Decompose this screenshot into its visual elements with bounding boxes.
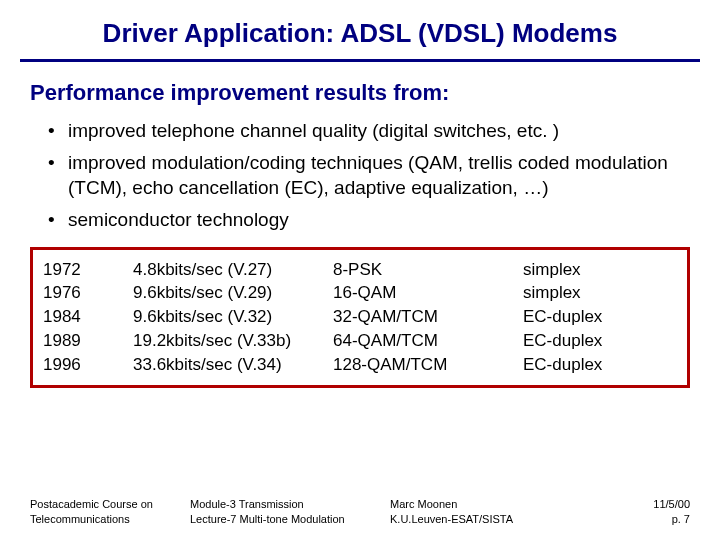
cell-duplex: simplex bbox=[523, 281, 677, 305]
table-row: 1984 9.6kbits/sec (V.32) 32-QAM/TCM EC-d… bbox=[43, 305, 677, 329]
cell-rate: 19.2kbits/sec (V.33b) bbox=[133, 329, 333, 353]
list-item: • improved modulation/coding techniques … bbox=[48, 150, 690, 201]
footer-author-line2: K.U.Leuven-ESAT/SISTA bbox=[390, 512, 580, 526]
cell-rate: 9.6kbits/sec (V.29) bbox=[133, 281, 333, 305]
cell-year: 1972 bbox=[43, 258, 133, 282]
cell-year: 1984 bbox=[43, 305, 133, 329]
table-row: 1996 33.6kbits/sec (V.34) 128-QAM/TCM EC… bbox=[43, 353, 677, 377]
footer-date: 11/5/00 bbox=[580, 497, 690, 511]
bullet-dot-icon: • bbox=[48, 118, 68, 144]
footer-course: Postacademic Course on Telecommunication… bbox=[30, 497, 190, 526]
modem-history-table: 1972 4.8kbits/sec (V.27) 8-PSK simplex 1… bbox=[30, 247, 690, 388]
cell-modulation: 32-QAM/TCM bbox=[333, 305, 523, 329]
cell-duplex: simplex bbox=[523, 258, 677, 282]
bullet-text: improved modulation/coding techniques (Q… bbox=[68, 150, 690, 201]
list-item: • semiconductor technology bbox=[48, 207, 690, 233]
footer-module-line2: Lecture-7 Multi-tone Modulation bbox=[190, 512, 390, 526]
slide-footer: Postacademic Course on Telecommunication… bbox=[30, 497, 690, 526]
table-row: 1972 4.8kbits/sec (V.27) 8-PSK simplex bbox=[43, 258, 677, 282]
footer-page: 11/5/00 p. 7 bbox=[580, 497, 690, 526]
bullet-list: • improved telephone channel quality (di… bbox=[0, 118, 720, 233]
footer-course-line1: Postacademic Course on bbox=[30, 497, 190, 511]
cell-duplex: EC-duplex bbox=[523, 329, 677, 353]
bullet-dot-icon: • bbox=[48, 207, 68, 233]
footer-author-line1: Marc Moonen bbox=[390, 497, 580, 511]
cell-modulation: 8-PSK bbox=[333, 258, 523, 282]
cell-year: 1989 bbox=[43, 329, 133, 353]
footer-module: Module-3 Transmission Lecture-7 Multi-to… bbox=[190, 497, 390, 526]
cell-rate: 33.6kbits/sec (V.34) bbox=[133, 353, 333, 377]
bullet-dot-icon: • bbox=[48, 150, 68, 176]
title-rule bbox=[20, 59, 700, 62]
cell-year: 1976 bbox=[43, 281, 133, 305]
cell-modulation: 64-QAM/TCM bbox=[333, 329, 523, 353]
cell-modulation: 16-QAM bbox=[333, 281, 523, 305]
cell-rate: 9.6kbits/sec (V.32) bbox=[133, 305, 333, 329]
table-row: 1989 19.2kbits/sec (V.33b) 64-QAM/TCM EC… bbox=[43, 329, 677, 353]
cell-year: 1996 bbox=[43, 353, 133, 377]
cell-duplex: EC-duplex bbox=[523, 353, 677, 377]
slide-title: Driver Application: ADSL (VDSL) Modems bbox=[0, 0, 720, 59]
footer-module-line1: Module-3 Transmission bbox=[190, 497, 390, 511]
footer-course-line2: Telecommunications bbox=[30, 512, 190, 526]
footer-author: Marc Moonen K.U.Leuven-ESAT/SISTA bbox=[390, 497, 580, 526]
cell-rate: 4.8kbits/sec (V.27) bbox=[133, 258, 333, 282]
bullet-text: improved telephone channel quality (digi… bbox=[68, 118, 690, 144]
footer-page-number: p. 7 bbox=[580, 512, 690, 526]
table-row: 1976 9.6kbits/sec (V.29) 16-QAM simplex bbox=[43, 281, 677, 305]
cell-modulation: 128-QAM/TCM bbox=[333, 353, 523, 377]
bullet-text: semiconductor technology bbox=[68, 207, 690, 233]
section-subhead: Performance improvement results from: bbox=[0, 80, 720, 118]
cell-duplex: EC-duplex bbox=[523, 305, 677, 329]
list-item: • improved telephone channel quality (di… bbox=[48, 118, 690, 144]
